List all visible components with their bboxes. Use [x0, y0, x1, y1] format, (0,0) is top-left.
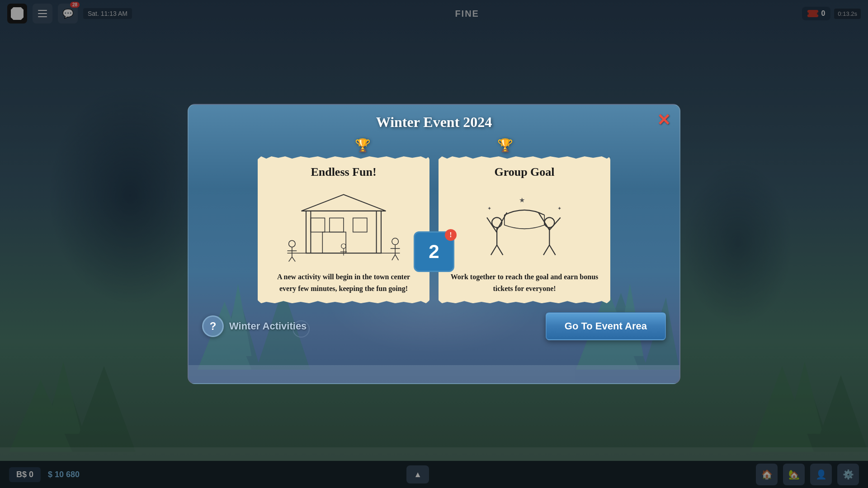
winter-event-modal: ✕ Winter Event 2024 🏆 🏆 Endless Fun! — [188, 104, 680, 384]
svg-line-43 — [487, 217, 497, 232]
svg-line-32 — [292, 257, 295, 262]
svg-text:✦: ✦ — [487, 206, 491, 211]
modal-title: Winter Event 2024 — [202, 114, 666, 131]
endless-fun-title: Endless Fun! — [269, 165, 419, 179]
svg-line-46 — [497, 245, 503, 255]
endless-fun-card: Endless Fun! — [258, 156, 429, 303]
svg-rect-20 — [311, 218, 325, 232]
svg-line-36 — [392, 254, 395, 260]
svg-line-52 — [549, 245, 555, 255]
silver-trophy: 🏆 — [355, 138, 371, 153]
svg-rect-17 — [189, 365, 679, 383]
svg-rect-23 — [322, 232, 346, 253]
trophy-row: 🏆 🏆 — [202, 138, 666, 153]
modal-overlay: ✕ Winter Event 2024 🏆 🏆 Endless Fun! — [0, 0, 868, 488]
svg-rect-21 — [330, 218, 344, 232]
question-icon: ? — [210, 320, 217, 333]
svg-point-38 — [341, 244, 346, 249]
svg-rect-22 — [353, 218, 367, 232]
winter-activities-section: ? Winter Activities — [202, 315, 307, 337]
svg-point-41 — [492, 217, 502, 227]
svg-line-50 — [549, 217, 560, 230]
svg-text:★: ★ — [519, 196, 525, 204]
winter-activities-help-button[interactable]: ? — [202, 315, 224, 337]
svg-line-31 — [289, 257, 292, 262]
svg-line-45 — [491, 245, 497, 255]
svg-line-51 — [543, 245, 549, 255]
calendar-notification: ! — [445, 229, 457, 241]
svg-point-33 — [392, 238, 399, 245]
group-goal-card: Group Goal — [439, 156, 610, 303]
cards-row: Endless Fun! — [202, 156, 666, 303]
bottom-row: ? Winter Activities Go To Event Area — [202, 312, 666, 340]
svg-point-28 — [289, 240, 296, 247]
gold-trophy: 🏆 — [497, 138, 513, 153]
calendar-area: 2 ! — [414, 231, 454, 272]
calendar-number: 2 — [429, 241, 439, 263]
svg-marker-24 — [302, 195, 386, 211]
winter-activities-label: Winter Activities — [229, 320, 307, 332]
endless-fun-illustration — [269, 184, 419, 266]
svg-line-44 — [497, 212, 507, 230]
group-goal-text: Work together to reach the goal and earn… — [449, 271, 599, 294]
svg-line-37 — [395, 254, 398, 260]
group-goal-title: Group Goal — [449, 165, 599, 179]
svg-text:✦: ✦ — [557, 206, 561, 211]
calendar-icon: 2 ! — [414, 231, 454, 272]
group-goal-illustration: ★ ✦ ✦ — [449, 184, 599, 266]
goto-event-button[interactable]: Go To Event Area — [546, 312, 666, 340]
endless-fun-text: A new activity will begin in the town ce… — [269, 271, 419, 294]
close-button[interactable]: ✕ — [657, 112, 670, 128]
